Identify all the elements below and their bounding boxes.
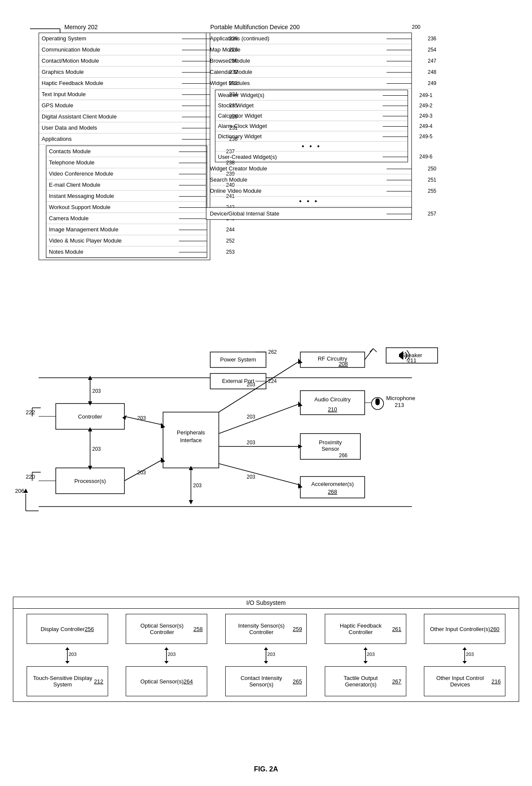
apps-row: Workout Support Module242 (46, 202, 207, 213)
svg-text:262: 262 (268, 349, 277, 355)
svg-text:222: 222 (26, 409, 35, 416)
svg-line-16 (373, 349, 377, 352)
io-controller-box: Optical Sensor(s) Controller 258 (126, 614, 207, 644)
svg-marker-97 (264, 661, 268, 664)
svg-text:203: 203 (247, 414, 255, 420)
pmd-row: Map Module254 (206, 44, 411, 55)
devices-row: Touch-Sensitive Display System 212Optica… (13, 664, 519, 701)
svg-text:203: 203 (247, 440, 255, 446)
pmd-row: Online Video Module255 (206, 185, 411, 197)
user-created-ref: 249-6 (419, 154, 432, 160)
svg-text:Processor(s): Processor(s) (74, 478, 106, 484)
memory-row: Communication Module228 (39, 44, 210, 55)
pmd-top-ref: 236 (428, 36, 436, 42)
svg-text:203: 203 (247, 382, 255, 388)
svg-text:210: 210 (328, 406, 337, 413)
memory-row: Operating System226 (39, 33, 210, 44)
controllers-row: Display Controller 256Optical Sensor(s) … (13, 609, 519, 646)
apps-row: Notes Module253 (46, 246, 207, 258)
io-arrow: 203 (27, 646, 108, 664)
svg-rect-25 (375, 398, 380, 405)
svg-text:206: 206 (15, 488, 24, 494)
pmd-row: Search Module251 (206, 174, 411, 185)
apps-row: Telephone Module238 (46, 157, 207, 168)
pmd-apps-continued: Applications (continued) (210, 35, 269, 42)
io-device-box: Optical Sensor(s) 264 (126, 666, 207, 696)
svg-line-15 (370, 349, 373, 352)
svg-text:266: 266 (339, 452, 348, 458)
svg-text:203: 203 (193, 483, 202, 489)
svg-marker-88 (65, 647, 70, 650)
apps-row: Video & Music Player Module252 (46, 235, 207, 246)
widget-row: Dictionary Widget249-5 (215, 131, 408, 142)
svg-text:Controller: Controller (78, 413, 103, 420)
io-controller-box: Haptic Feedback Controller 261 (325, 614, 406, 644)
svg-text:203: 203 (247, 474, 255, 480)
svg-marker-92 (164, 647, 169, 650)
apps-row: Image Management Module244 (46, 224, 207, 235)
svg-marker-96 (264, 647, 268, 650)
io-arrow: 203 (126, 646, 207, 664)
apps-row: E-mail Client Module240 (46, 179, 207, 191)
svg-text:208: 208 (339, 361, 348, 367)
apps-row: Camera Module243 (46, 213, 207, 224)
device-state-ref: 257 (428, 211, 436, 217)
apps-header: Applications (42, 136, 72, 142)
memory-label: Memory 202 (64, 24, 98, 30)
svg-text:203: 203 (92, 388, 101, 394)
io-arrow: 203 (325, 646, 406, 664)
circuit-diagram: Power System 262 External Port 224 RF Ci… (0, 339, 532, 588)
svg-text:Accelerometer(s): Accelerometer(s) (311, 481, 354, 487)
memory-row: Text Input Module234 (39, 89, 210, 100)
pmd-dots: • • • (206, 197, 411, 206)
svg-text:220: 220 (26, 473, 35, 480)
svg-text:Power System: Power System (220, 356, 256, 363)
io-controller-box: Intensity Sensor(s) Controller 259 (225, 614, 307, 644)
io-arrow: 203 (424, 646, 505, 664)
widget-row: Stocks Widget249-2 (215, 100, 408, 111)
svg-text:Sensor: Sensor (321, 446, 339, 452)
io-device-box: Tactile Output Generator(s) 267 (325, 666, 406, 696)
pmd-row: Browser Module247 (206, 55, 411, 67)
svg-marker-100 (363, 647, 368, 650)
pmd-label: Portable Multifunction Device Portable M… (210, 24, 300, 30)
widget-row: Alarm Clock Widget249-4 (215, 121, 408, 131)
svg-text:203: 203 (168, 652, 175, 657)
svg-text:224: 224 (268, 378, 277, 384)
svg-marker-79 (189, 500, 193, 504)
svg-text:213: 213 (395, 402, 404, 408)
apps-row: Video Conference Module239 (46, 168, 207, 179)
svg-line-69 (219, 404, 300, 434)
svg-marker-105 (462, 661, 467, 664)
memory-row: GPS Module235 (39, 100, 210, 111)
memory-row: User Data and Models231 (39, 122, 210, 134)
svg-text:203: 203 (137, 415, 146, 421)
pmd-row: Widget Creator Module250 (206, 163, 411, 174)
svg-marker-101 (363, 661, 368, 664)
io-device-box: Touch-Sensitive Display System 212 (27, 666, 108, 696)
io-controller-box: Other Input Controller(s) 260 (424, 614, 505, 644)
svg-text:Microphone: Microphone (386, 395, 415, 401)
svg-marker-93 (164, 661, 169, 664)
io-subsystem: I/O Subsystem Display Controller 256Opti… (13, 597, 519, 702)
svg-line-75 (219, 464, 300, 485)
io-arrow: 203 (225, 646, 307, 664)
svg-marker-89 (65, 661, 70, 664)
svg-text:203: 203 (466, 652, 474, 657)
svg-text:Proximity: Proximity (319, 439, 342, 446)
svg-text:268: 268 (328, 489, 337, 495)
svg-text:203: 203 (267, 652, 275, 657)
svg-text:203: 203 (367, 652, 375, 657)
io-device-box: Contact Intensity Sensor(s) 265 (225, 666, 307, 696)
pmd-row: Calendar Module248 (206, 67, 411, 78)
widget-header: Widget Modules (210, 80, 250, 86)
apps-row: Instant Messaging Module241 (46, 191, 207, 202)
widget-row: Weather Widget(s)249-1 (215, 90, 408, 100)
svg-text:Peripherals: Peripherals (177, 429, 205, 436)
fig-label: FIG. 2A (254, 765, 278, 773)
io-controller-box: Display Controller 256 (27, 614, 108, 644)
svg-text:Interface: Interface (180, 437, 202, 443)
memory-row: Graphics Module232 (39, 67, 210, 78)
svg-marker-104 (462, 647, 467, 650)
memory-row: Contact/Motion Module230 (39, 55, 210, 67)
